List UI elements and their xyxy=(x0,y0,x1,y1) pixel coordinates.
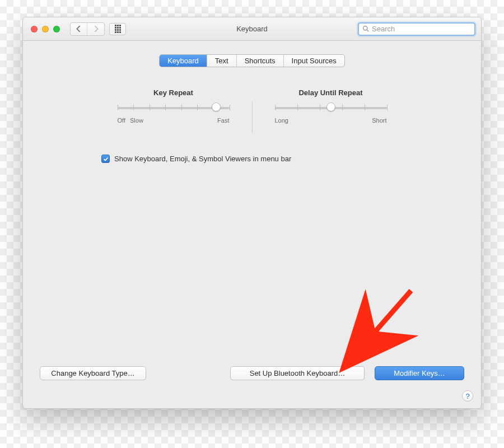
delay-thumb[interactable] xyxy=(326,102,335,111)
tab-bar: Keyboard Text Shortcuts Input Sources xyxy=(40,54,464,67)
chevron-left-icon xyxy=(76,26,81,32)
help-button[interactable]: ? xyxy=(462,390,473,402)
key-repeat-block: Key Repeat Off Slow Fast xyxy=(101,88,246,133)
setup-bluetooth-keyboard-button[interactable]: Set Up Bluetooth Keyboard… xyxy=(230,366,365,380)
window-controls xyxy=(31,26,60,32)
zoom-button[interactable] xyxy=(53,26,60,32)
arrow-annotation-icon xyxy=(330,285,431,375)
forward-button[interactable] xyxy=(87,23,104,35)
delay-until-repeat-block: Delay Until Repeat Long Short xyxy=(258,88,404,133)
modifier-keys-button[interactable]: Modifier Keys… xyxy=(375,366,464,380)
sliders-row: Key Repeat Off Slow Fast Delay Until Rep… xyxy=(40,88,464,133)
svg-point-0 xyxy=(363,26,367,30)
key-repeat-title: Key Repeat xyxy=(118,88,230,97)
svg-line-1 xyxy=(367,30,368,31)
minimize-button[interactable] xyxy=(42,26,49,32)
vertical-divider xyxy=(252,102,253,133)
label-off: Off xyxy=(118,117,125,124)
tab-keyboard[interactable]: Keyboard xyxy=(160,55,207,67)
delay-labels: Long Short xyxy=(275,117,387,124)
check-icon xyxy=(103,156,109,162)
show-all-button[interactable] xyxy=(109,23,126,35)
chevron-right-icon xyxy=(94,26,99,32)
titlebar: Keyboard xyxy=(23,17,481,41)
search-field-wrap[interactable] xyxy=(358,22,475,36)
show-viewers-checkbox[interactable] xyxy=(101,155,110,163)
tab-shortcuts[interactable]: Shortcuts xyxy=(237,55,284,67)
grid-icon xyxy=(115,25,121,33)
key-repeat-labels: Off Slow Fast xyxy=(118,117,230,124)
label-long: Long xyxy=(275,117,288,124)
preferences-window: Keyboard Keyboard Text Shortcuts Input S… xyxy=(22,17,482,409)
tab-input-sources[interactable]: Input Sources xyxy=(284,55,344,67)
label-short: Short xyxy=(372,117,386,124)
svg-line-2 xyxy=(352,291,411,358)
back-forward-group xyxy=(70,22,105,36)
show-viewers-row: Show Keyboard, Emoji, & Symbol Viewers i… xyxy=(40,155,464,163)
bottom-button-row: Change Keyboard Type… Set Up Bluetooth K… xyxy=(40,366,464,380)
delay-title: Delay Until Repeat xyxy=(275,88,387,97)
close-button[interactable] xyxy=(31,26,38,32)
tab-text[interactable]: Text xyxy=(207,55,237,67)
key-repeat-thumb[interactable] xyxy=(212,102,221,111)
back-button[interactable] xyxy=(71,23,87,35)
delay-slider[interactable] xyxy=(275,102,387,114)
label-fast: Fast xyxy=(217,117,229,124)
label-slow: Slow xyxy=(130,117,143,124)
content-area: Keyboard Text Shortcuts Input Sources Ke… xyxy=(23,41,481,408)
search-icon xyxy=(362,25,370,32)
change-keyboard-type-button[interactable]: Change Keyboard Type… xyxy=(40,366,146,380)
search-input[interactable] xyxy=(372,25,471,33)
segmented-control: Keyboard Text Shortcuts Input Sources xyxy=(159,54,345,67)
key-repeat-slider[interactable] xyxy=(118,102,230,114)
show-viewers-label: Show Keyboard, Emoji, & Symbol Viewers i… xyxy=(114,155,291,163)
